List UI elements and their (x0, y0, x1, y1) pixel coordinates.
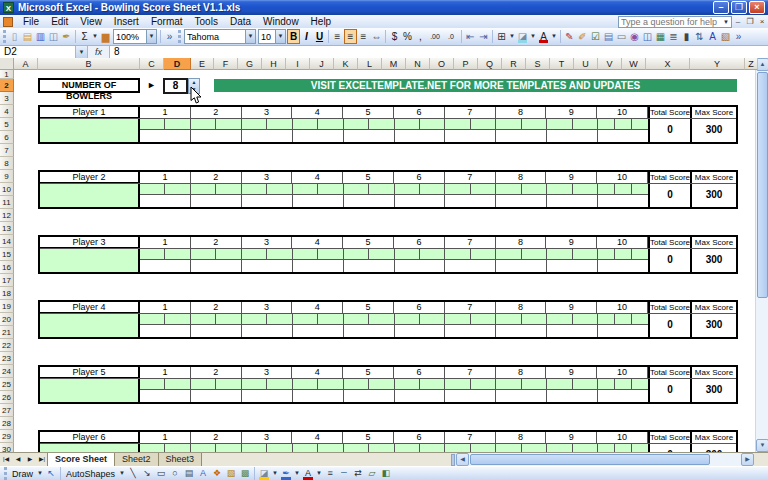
throw-cell[interactable] (522, 184, 546, 194)
column-header-I[interactable]: I (286, 58, 310, 70)
max-score-header[interactable]: Max Score (690, 237, 736, 248)
frame-header[interactable]: 1 (140, 432, 191, 443)
chevron-down-icon[interactable]: ▼ (91, 29, 99, 44)
frame-score-cell[interactable] (496, 260, 547, 272)
column-header-O[interactable]: O (430, 58, 454, 70)
autoshapes-menu[interactable]: AutoShapes (63, 469, 118, 479)
row-header-10[interactable]: 10 (0, 183, 14, 196)
frame-header[interactable]: 7 (445, 302, 496, 313)
line-color-icon[interactable]: ✒ (279, 467, 293, 480)
underline-button[interactable]: U (313, 29, 326, 44)
new-document-icon[interactable]: ▯ (8, 29, 21, 44)
frame-header[interactable]: 8 (496, 237, 547, 248)
total-score-header[interactable]: Total Score (648, 432, 690, 443)
throw-cell[interactable] (420, 119, 444, 129)
throw-cell[interactable] (369, 184, 393, 194)
sheet-tab-sheet3[interactable]: Sheet3 (158, 453, 203, 466)
column-header-Q[interactable]: Q (478, 58, 502, 70)
throw-cell[interactable] (420, 379, 444, 389)
maximize-button[interactable]: ❐ (731, 1, 747, 14)
throw-cell[interactable] (293, 444, 318, 452)
throw-cell[interactable] (293, 184, 318, 194)
frame-score-cell[interactable] (242, 325, 293, 337)
row-header-8[interactable]: 8 (0, 157, 14, 170)
menu-format[interactable]: Format (145, 15, 189, 28)
max-score-header[interactable]: Max Score (690, 367, 736, 378)
clipart-icon[interactable]: ▧ (224, 467, 238, 480)
throw-cell[interactable] (395, 184, 420, 194)
throw-cell[interactable] (547, 249, 572, 259)
frame-header[interactable]: 4 (292, 237, 343, 248)
row-header-13[interactable]: 13 (0, 222, 14, 235)
player-name-header[interactable]: Player 2 (40, 172, 140, 183)
throw-cell[interactable] (140, 184, 165, 194)
chevron-down-icon[interactable]: ▼ (275, 30, 285, 43)
frame-header[interactable]: 1 (140, 172, 191, 183)
throw-cell[interactable] (598, 314, 615, 324)
throw-cell[interactable] (522, 249, 546, 259)
frame-header[interactable]: 4 (292, 302, 343, 313)
throw-cell[interactable] (471, 444, 495, 452)
row-header-5[interactable]: 5 (0, 118, 14, 131)
format-painter-icon[interactable]: ✒ (60, 29, 73, 44)
scroll-down-icon[interactable]: ▼ (756, 439, 768, 452)
column-header-C[interactable]: C (140, 58, 164, 70)
throw-cell[interactable] (573, 184, 597, 194)
open-folder-icon[interactable]: ▤ (21, 29, 34, 44)
frame-score-cell[interactable] (242, 390, 293, 402)
frame-score-cell[interactable] (496, 130, 547, 142)
frame-header[interactable]: 2 (191, 237, 242, 248)
row-header-3[interactable]: 3 (0, 92, 14, 105)
dash-style-icon[interactable]: ┄ (337, 467, 351, 480)
menu-insert[interactable]: Insert (108, 15, 145, 28)
frame-score-cell[interactable] (395, 260, 446, 272)
row-header-1[interactable]: 1 (0, 70, 14, 79)
column-header-X[interactable]: X (646, 58, 690, 70)
throw-cell[interactable] (496, 314, 521, 324)
frame-score-cell[interactable] (496, 195, 547, 207)
column-header-N[interactable]: N (406, 58, 430, 70)
increase-decimal-icon[interactable]: .00 (427, 29, 443, 44)
frame-header[interactable]: 9 (546, 432, 597, 443)
throw-cell[interactable] (395, 444, 420, 452)
throw-cell[interactable] (395, 314, 420, 324)
throw-cell[interactable] (293, 119, 318, 129)
throw-cell[interactable] (496, 249, 521, 259)
shadow-style-icon[interactable]: ▱ (365, 467, 379, 480)
horizontal-scrollbar[interactable]: ◀▶ (456, 453, 754, 466)
decrease-decimal-icon[interactable]: .0 (443, 29, 459, 44)
frame-score-cell[interactable] (598, 260, 648, 272)
column-header-T[interactable]: T (550, 58, 574, 70)
throw-cell[interactable] (598, 119, 615, 129)
throw-cell[interactable] (344, 184, 369, 194)
total-score-header[interactable]: Total Score (648, 302, 690, 313)
row-header-7[interactable]: 7 (0, 144, 14, 157)
throw-cell[interactable] (191, 444, 216, 452)
throw-cell[interactable] (267, 184, 291, 194)
max-score-value[interactable]: 300 (690, 379, 736, 402)
frame-header[interactable]: 5 (343, 432, 394, 443)
row-header-23[interactable]: 23 (0, 352, 14, 365)
arrow-style-icon[interactable]: ⇄ (351, 467, 365, 480)
throw-cell[interactable] (165, 184, 189, 194)
frame-score-cell[interactable] (293, 325, 344, 337)
throw-cell[interactable] (573, 379, 597, 389)
checkbox-icon[interactable]: ☑ (589, 29, 602, 44)
borders-icon[interactable]: ⊞ (495, 29, 508, 44)
throw-cell[interactable] (598, 444, 615, 452)
row-header-4[interactable]: 4 (0, 105, 14, 118)
frame-header[interactable]: 6 (394, 172, 445, 183)
throw-cell[interactable] (216, 314, 240, 324)
throw-cell[interactable] (445, 379, 470, 389)
throw-cell[interactable] (318, 379, 342, 389)
list-icon[interactable]: ≣ (667, 29, 680, 44)
row-header-12[interactable]: 12 (0, 209, 14, 222)
throw-cell[interactable] (522, 444, 546, 452)
throw-cell[interactable] (267, 314, 291, 324)
row-header-19[interactable]: 19 (0, 300, 14, 313)
throw-cell[interactable] (522, 379, 546, 389)
italic-button[interactable]: I (300, 29, 313, 44)
max-score-value[interactable]: 300 (690, 249, 736, 272)
frame-header[interactable]: 5 (343, 107, 394, 118)
wordart-icon[interactable]: A (196, 467, 210, 480)
